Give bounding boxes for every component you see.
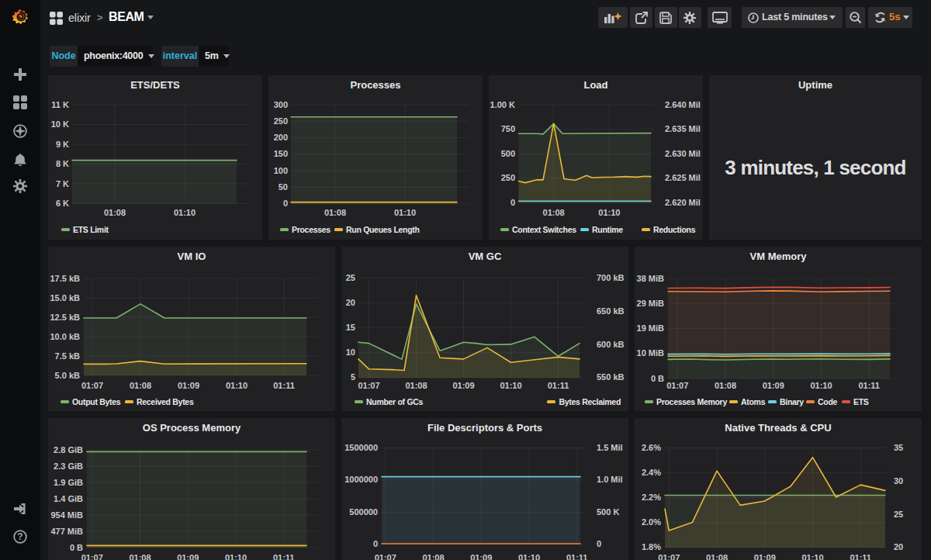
svg-text:ETS Limit: ETS Limit	[73, 225, 109, 234]
svg-text:01:08: 01:08	[129, 553, 151, 560]
svg-text:15.0 kB: 15.0 kB	[50, 293, 80, 302]
svg-text:150: 150	[274, 149, 288, 158]
svg-text:10.0 kB: 10.0 kB	[50, 332, 80, 341]
svg-text:300: 300	[274, 100, 288, 109]
svg-text:?: ?	[17, 531, 22, 542]
svg-text:29 MiB: 29 MiB	[637, 299, 665, 308]
svg-text:0 B: 0 B	[70, 543, 83, 552]
svg-text:500 K: 500 K	[597, 507, 619, 517]
svg-text:1.8%: 1.8%	[642, 542, 661, 551]
svg-text:01:07: 01:07	[81, 553, 103, 560]
svg-text:10 K: 10 K	[51, 119, 69, 129]
svg-text:2.620 Mil: 2.620 Mil	[665, 198, 701, 207]
svg-text:Received Bytes: Received Bytes	[137, 397, 194, 406]
svg-text:Bytes Reclaimed: Bytes Reclaimed	[559, 397, 621, 406]
svg-text:Run Queues Length: Run Queues Length	[346, 225, 420, 234]
svg-text:01:08: 01:08	[543, 208, 565, 217]
svg-text:35: 35	[894, 443, 903, 452]
svg-text:6 K: 6 K	[56, 199, 69, 208]
svg-text:1.00 K: 1.00 K	[490, 100, 515, 109]
svg-text:ETS: ETS	[853, 397, 869, 406]
svg-text:Processes: Processes	[292, 225, 331, 234]
svg-text:01:10: 01:10	[394, 208, 416, 217]
svg-text:1.9 GiB: 1.9 GiB	[54, 478, 83, 487]
svg-text:2.640 Mil: 2.640 Mil	[665, 100, 701, 109]
svg-text:01:07: 01:07	[666, 381, 688, 390]
svg-text:01:10: 01:10	[801, 553, 823, 560]
svg-text:01:11: 01:11	[273, 381, 295, 390]
svg-text:1.5 Mil: 1.5 Mil	[597, 443, 623, 452]
svg-text:2.635 Mil: 2.635 Mil	[665, 124, 701, 133]
svg-text:0: 0	[283, 199, 288, 208]
svg-text:19 MiB: 19 MiB	[637, 323, 665, 333]
svg-text:2.8 GiB: 2.8 GiB	[54, 445, 83, 455]
svg-text:2.0%: 2.0%	[642, 517, 661, 527]
svg-text:2.625 Mil: 2.625 Mil	[665, 173, 701, 182]
svg-text:2.4%: 2.4%	[642, 468, 661, 477]
svg-text:1.4 GiB: 1.4 GiB	[54, 494, 83, 503]
svg-text:01:11: 01:11	[566, 553, 588, 560]
svg-text:30: 30	[894, 476, 903, 486]
svg-text:01:10: 01:10	[174, 208, 196, 217]
svg-text:01:09: 01:09	[470, 553, 492, 560]
svg-text:1000000: 1000000	[344, 475, 378, 484]
svg-text:0: 0	[510, 198, 515, 207]
svg-text:01:11: 01:11	[858, 381, 880, 390]
svg-text:1500000: 1500000	[344, 443, 378, 452]
svg-text:12.5 kB: 12.5 kB	[50, 313, 80, 322]
svg-text:01:10: 01:10	[598, 208, 620, 217]
svg-text:01:08: 01:08	[422, 553, 444, 560]
svg-text:200: 200	[274, 133, 288, 142]
svg-text:01:10: 01:10	[226, 381, 247, 390]
svg-text:01:08: 01:08	[706, 553, 728, 560]
svg-text:Code: Code	[818, 397, 838, 406]
svg-text:0 B: 0 B	[651, 374, 664, 383]
svg-text:Output Bytes: Output Bytes	[72, 397, 121, 406]
svg-text:17.5 kB: 17.5 kB	[50, 274, 80, 283]
svg-text:Binary: Binary	[780, 397, 804, 406]
svg-text:10 MiB: 10 MiB	[637, 348, 665, 358]
svg-text:01:09: 01:09	[754, 553, 776, 560]
svg-text:01:08: 01:08	[104, 208, 126, 217]
svg-text:750: 750	[501, 124, 515, 133]
svg-text:01:09: 01:09	[178, 381, 199, 390]
svg-text:8 K: 8 K	[56, 159, 69, 168]
svg-text:Reductions: Reductions	[653, 225, 696, 234]
svg-text:954 MiB: 954 MiB	[50, 510, 83, 520]
svg-text:2.630 Mil: 2.630 Mil	[665, 149, 701, 158]
svg-text:477 MiB: 477 MiB	[50, 527, 83, 536]
svg-text:11 K: 11 K	[51, 100, 69, 109]
svg-text:Atoms: Atoms	[741, 397, 766, 406]
svg-text:2.3 GiB: 2.3 GiB	[54, 461, 83, 471]
svg-text:01:10: 01:10	[225, 553, 247, 560]
svg-text:7.5 kB: 7.5 kB	[55, 351, 80, 361]
svg-text:01:07: 01:07	[81, 381, 103, 390]
svg-text:01:11: 01:11	[273, 553, 295, 560]
svg-text:01:09: 01:09	[177, 553, 199, 560]
svg-text:01:08: 01:08	[715, 381, 736, 390]
svg-text:1.0 Mil: 1.0 Mil	[597, 475, 623, 484]
svg-text:0: 0	[373, 539, 378, 548]
svg-text:250: 250	[274, 116, 288, 126]
svg-text:9 K: 9 K	[56, 140, 69, 149]
svg-text:38 MiB: 38 MiB	[637, 274, 665, 283]
svg-text:500000: 500000	[349, 507, 378, 517]
svg-text:01:07: 01:07	[375, 553, 396, 560]
svg-text:2.2%: 2.2%	[642, 493, 661, 502]
svg-text:Processes Memory: Processes Memory	[656, 397, 727, 406]
svg-text:Runtime: Runtime	[592, 225, 623, 234]
svg-text:2.6%: 2.6%	[642, 443, 661, 452]
svg-text:01:08: 01:08	[130, 381, 151, 390]
svg-text:50: 50	[279, 182, 288, 192]
svg-text:20: 20	[894, 542, 903, 551]
svg-text:250: 250	[501, 173, 515, 182]
svg-text:01:11: 01:11	[850, 553, 871, 560]
svg-text:01:07: 01:07	[658, 553, 680, 560]
svg-text:0: 0	[597, 539, 601, 548]
svg-text:5.0 kB: 5.0 kB	[55, 371, 80, 380]
svg-text:01:10: 01:10	[518, 553, 540, 560]
svg-text:01:10: 01:10	[810, 381, 832, 390]
svg-text:100: 100	[274, 166, 288, 175]
svg-text:500: 500	[501, 149, 515, 158]
svg-text:01:08: 01:08	[324, 208, 346, 217]
